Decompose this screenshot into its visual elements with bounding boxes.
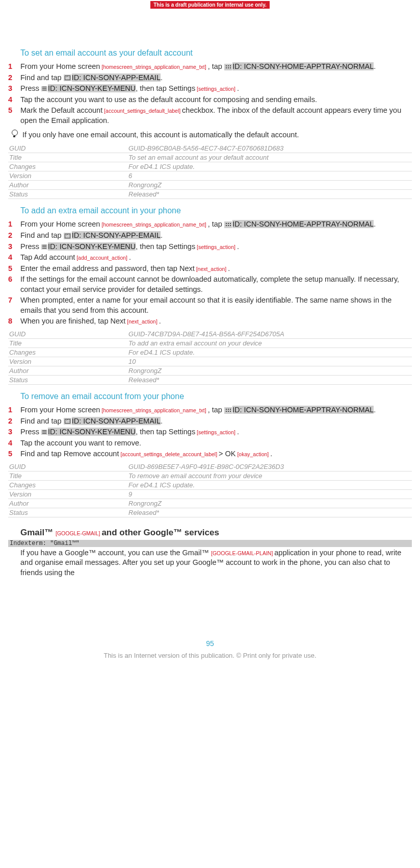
icon-id-highlight: ID: ICN-SONY-APP-EMAIL bbox=[72, 417, 161, 425]
page-number: 95 bbox=[0, 639, 420, 648]
meta-key: Version bbox=[8, 171, 127, 181]
steps-list: 1From your Home screen [homescreen_strin… bbox=[5, 219, 410, 327]
step-number: 6 bbox=[8, 275, 20, 294]
bold-term: Home screen bbox=[56, 406, 100, 414]
string-id-tag: [GOOGLE-GMAIL-PLAIN] bbox=[211, 550, 274, 556]
string-id-tag: [homescreen_strings_application_name_txt… bbox=[100, 64, 207, 70]
steps-list: 1From your Home screen [homescreen_strin… bbox=[5, 62, 410, 126]
string-id-tag: [settings_action] bbox=[195, 429, 237, 435]
step-number: 2 bbox=[8, 231, 20, 241]
meta-value: GUID-B96CB0AB-5A56-4EC7-84C7-E0760681D68… bbox=[127, 144, 412, 153]
section-title: To add an extra email account in your ph… bbox=[20, 206, 415, 215]
bold-term: Next bbox=[179, 264, 195, 272]
meta-key: Author bbox=[8, 499, 127, 508]
bold-term: Home screen bbox=[56, 220, 100, 228]
step-number: 2 bbox=[8, 73, 20, 83]
bold-term: Add account bbox=[34, 253, 75, 261]
meta-key: Title bbox=[8, 153, 127, 162]
bold-term: Next bbox=[111, 317, 126, 325]
section-title: To set an email account as your default … bbox=[20, 48, 415, 58]
icon-id-highlight: ID: ICN-SONY-APP-EMAIL bbox=[72, 231, 161, 239]
step-text: Find and tap ID: ICN-SONY-APP-EMAIL. bbox=[20, 73, 410, 83]
meta-key: GUID bbox=[8, 462, 127, 472]
step-item: 6If the settings for the email account c… bbox=[8, 275, 410, 294]
step-number: 3 bbox=[8, 84, 20, 94]
icon-id-highlight: ID: ICN-SONY-HOME-APPTRAY-NORMAL bbox=[232, 220, 374, 228]
bold-term: Settings bbox=[169, 428, 195, 436]
menu-key-icon bbox=[41, 244, 47, 250]
meta-key: Status bbox=[8, 376, 127, 385]
string-id-tag: [homescreen_strings_application_name_txt… bbox=[100, 407, 207, 413]
meta-value: 6 bbox=[127, 171, 412, 181]
step-item: 5Enter the email address and password, t… bbox=[8, 264, 410, 274]
tip-row: If you only have one email account, this… bbox=[10, 131, 410, 139]
step-text: Find and tap Remove account [account_set… bbox=[20, 449, 410, 459]
meta-value: RongrongZ bbox=[127, 499, 412, 508]
email-icon bbox=[64, 418, 71, 425]
meta-key: Title bbox=[8, 471, 127, 480]
gmail-paragraph: If you have a Google™ account, you can u… bbox=[20, 548, 410, 578]
meta-value: To add an extra email account on your de… bbox=[127, 339, 412, 348]
step-text: Tap the account you want to use as the d… bbox=[20, 95, 410, 105]
bold-term: Default account bbox=[51, 106, 102, 114]
step-number: 2 bbox=[8, 416, 20, 427]
meta-value: 9 bbox=[127, 489, 412, 499]
step-text: Find and tap ID: ICN-SONY-APP-EMAIL. bbox=[20, 416, 410, 427]
step-text: Tap Add account [add_account_action] . bbox=[20, 253, 410, 263]
bold-term: Settings bbox=[169, 242, 195, 251]
table-row: AuthorRongrongZ bbox=[8, 181, 412, 190]
string-id-tag: [account_settings_default_label] bbox=[102, 108, 182, 114]
step-text: Press ID: ICN-SONY-KEY-MENU, then tap Se… bbox=[20, 84, 410, 94]
meta-key: Status bbox=[8, 508, 127, 517]
string-id-tag: [homescreen_strings_application_name_txt… bbox=[100, 221, 207, 228]
step-number: 5 bbox=[8, 449, 20, 459]
main-content: To set an email account as your default … bbox=[0, 48, 420, 578]
meta-value: For eD4.1 ICS update. bbox=[127, 480, 412, 489]
step-number: 1 bbox=[8, 219, 20, 230]
step-item: 8When you are finished, tap Next [next_a… bbox=[8, 316, 410, 327]
meta-value: To set an email account as your default … bbox=[127, 153, 412, 162]
meta-key: GUID bbox=[8, 330, 127, 339]
icon-id-highlight: ID: ICN-SONY-KEY-MENU bbox=[48, 428, 136, 436]
step-item: 4Tap the account you want to remove. bbox=[8, 438, 410, 449]
meta-value: Released* bbox=[127, 508, 412, 517]
string-id-tag: [okay_action] bbox=[235, 451, 270, 457]
meta-value: To remove an email account from your dev… bbox=[127, 471, 412, 480]
step-text: Press ID: ICN-SONY-KEY-MENU, then tap Se… bbox=[20, 242, 410, 252]
metadata-table: GUIDGUID-74CB7D9A-D8E7-415A-B56A-6FF254D… bbox=[8, 330, 412, 385]
bold-term: OK bbox=[225, 450, 236, 458]
step-item: 3Press ID: ICN-SONY-KEY-MENU, then tap S… bbox=[8, 84, 410, 94]
meta-value: For eD4.1 ICS update. bbox=[127, 162, 412, 171]
step-text: Find and tap ID: ICN-SONY-APP-EMAIL. bbox=[20, 231, 410, 241]
step-number: 5 bbox=[8, 264, 20, 274]
step-item: 3Press ID: ICN-SONY-KEY-MENU, then tap S… bbox=[8, 242, 410, 252]
step-text: From your Home screen [homescreen_string… bbox=[20, 405, 410, 415]
step-number: 8 bbox=[8, 316, 20, 327]
step-text: From your Home screen [homescreen_string… bbox=[20, 62, 410, 72]
meta-key: Version bbox=[8, 357, 127, 366]
apps-grid-icon bbox=[224, 64, 232, 70]
string-id-tag: [next_action] bbox=[195, 266, 228, 272]
step-item: 3Press ID: ICN-SONY-KEY-MENU, then tap S… bbox=[8, 427, 410, 437]
metadata-table: GUIDGUID-B96CB0AB-5A56-4EC7-84C7-E076068… bbox=[8, 144, 412, 199]
step-number: 4 bbox=[8, 253, 20, 263]
table-row: ChangesFor eD4.1 ICS update. bbox=[8, 348, 412, 357]
step-number: 5 bbox=[8, 106, 20, 126]
footer-text: This is an Internet version of this publ… bbox=[0, 652, 420, 663]
string-id-tag: [add_account_action] bbox=[75, 255, 129, 261]
table-row: Version10 bbox=[8, 357, 412, 366]
meta-value: For eD4.1 ICS update. bbox=[127, 348, 412, 357]
section-title: To remove an email account from your pho… bbox=[20, 392, 415, 401]
meta-value: RongrongZ bbox=[127, 366, 412, 376]
indexterm: Indexterm: "Gmail™" bbox=[8, 540, 412, 547]
table-row: StatusReleased* bbox=[8, 376, 412, 385]
icon-id-highlight: ID: ICN-SONY-KEY-MENU bbox=[48, 242, 136, 251]
draft-banner: This is a draft publication for internal… bbox=[150, 1, 270, 9]
meta-value: 10 bbox=[127, 357, 412, 366]
step-item: 2Find and tap ID: ICN-SONY-APP-EMAIL. bbox=[8, 416, 410, 427]
table-row: StatusReleased* bbox=[8, 190, 412, 199]
bold-term: Home screen bbox=[56, 62, 100, 70]
meta-value: Released* bbox=[127, 376, 412, 385]
string-id-tag: [settings_action] bbox=[195, 244, 237, 250]
step-number: 7 bbox=[8, 295, 20, 315]
